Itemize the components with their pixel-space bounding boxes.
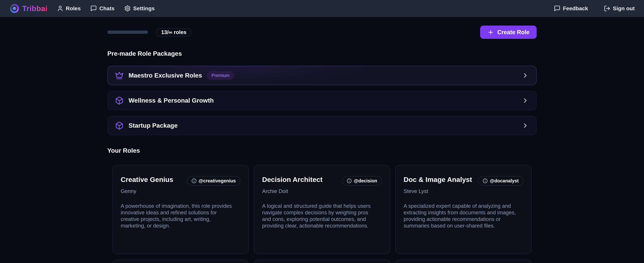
gear-icon bbox=[124, 5, 131, 12]
role-title: Decision Architect bbox=[262, 176, 322, 183]
nav-item-roles[interactable]: Roles bbox=[57, 5, 81, 12]
role-card-partial[interactable] bbox=[112, 260, 249, 263]
feedback-button[interactable]: Feedback bbox=[554, 5, 588, 12]
role-card-creative-genius[interactable]: Creative Genius @creativegenius Genny A … bbox=[112, 165, 249, 254]
plus-icon bbox=[487, 29, 494, 36]
user-icon bbox=[57, 5, 64, 12]
card-header: Decision Architect @decision bbox=[262, 176, 382, 186]
role-description: A powerhouse of imagination, this role p… bbox=[121, 203, 233, 229]
packages-section-title: Pre-made Role Packages bbox=[107, 50, 537, 57]
navbar: Tribbai Roles Chats Settings bbox=[0, 0, 644, 17]
package-row-wellness[interactable]: Wellness & Personal Growth bbox=[107, 91, 537, 110]
roles-toolbar: 13/∞ roles Create Role bbox=[107, 25, 537, 39]
message-square-icon bbox=[554, 5, 560, 12]
create-role-label: Create Role bbox=[497, 29, 530, 36]
role-title: Creative Genius bbox=[121, 176, 173, 183]
navbar-right: Feedback Sign out bbox=[554, 5, 635, 12]
package-name: Startup Package bbox=[128, 122, 178, 129]
role-description: A logical and structured guide that help… bbox=[262, 203, 374, 229]
package-list: Maestro Exclusive Roles Premium Wellness… bbox=[107, 66, 537, 135]
message-square-icon bbox=[90, 5, 97, 12]
package-row-startup[interactable]: Startup Package bbox=[107, 116, 537, 135]
brand-name[interactable]: Tribbai bbox=[22, 4, 48, 13]
chevron-right-icon bbox=[522, 122, 529, 129]
role-card-grid-next-row bbox=[112, 260, 532, 263]
nav-item-settings[interactable]: Settings bbox=[124, 5, 155, 12]
nav-label: Feedback bbox=[563, 5, 588, 11]
package-icon bbox=[115, 121, 124, 130]
sign-out-button[interactable]: Sign out bbox=[604, 5, 635, 12]
role-card-partial[interactable] bbox=[395, 260, 532, 263]
card-header: Doc & Image Analyst @docanalyst bbox=[404, 176, 523, 186]
nav-label: Roles bbox=[66, 5, 81, 11]
role-card-doc-image-analyst[interactable]: Doc & Image Analyst @docanalyst Steve Ly… bbox=[395, 165, 532, 254]
tribbai-logo-icon[interactable] bbox=[10, 4, 19, 13]
package-name: Maestro Exclusive Roles bbox=[128, 72, 202, 79]
chevron-right-icon bbox=[522, 72, 529, 79]
package-row-maestro[interactable]: Maestro Exclusive Roles Premium bbox=[107, 66, 537, 85]
role-subtitle: Genny bbox=[121, 188, 240, 194]
role-handle-badge[interactable]: @creativegenius bbox=[187, 176, 240, 186]
nav-label: Chats bbox=[99, 5, 114, 11]
info-icon bbox=[347, 178, 352, 183]
role-card-partial[interactable] bbox=[254, 260, 390, 263]
info-icon bbox=[192, 178, 196, 183]
role-card-grid: Creative Genius @creativegenius Genny A … bbox=[112, 165, 532, 254]
package-icon bbox=[115, 96, 124, 105]
crown-icon bbox=[115, 71, 124, 80]
role-subtitle: Steve Lyst bbox=[404, 188, 523, 194]
create-role-button[interactable]: Create Role bbox=[480, 25, 537, 39]
your-roles-section-title: Your Roles bbox=[107, 147, 537, 154]
role-handle: @decision bbox=[354, 178, 377, 184]
roles-progress-bar bbox=[107, 30, 148, 34]
role-handle-badge[interactable]: @docanalyst bbox=[478, 176, 523, 186]
nav-label: Sign out bbox=[613, 5, 635, 11]
log-out-icon bbox=[604, 5, 610, 12]
role-card-decision-architect[interactable]: Decision Architect @decision Archie Doit… bbox=[254, 165, 390, 254]
role-handle: @creativegenius bbox=[198, 178, 236, 184]
premium-badge: Premium bbox=[207, 71, 234, 80]
roles-page: Tribbai Roles Chats Settings bbox=[0, 0, 644, 263]
roles-count-badge: 13/∞ roles bbox=[156, 28, 192, 36]
role-title: Doc & Image Analyst bbox=[404, 176, 472, 183]
info-icon bbox=[483, 178, 488, 183]
chevron-right-icon bbox=[522, 97, 529, 104]
nav-item-chats[interactable]: Chats bbox=[90, 5, 114, 12]
role-description: A specialized expert capable of analyzin… bbox=[404, 203, 516, 229]
nav-label: Settings bbox=[133, 5, 155, 11]
role-subtitle: Archie Doit bbox=[262, 188, 382, 194]
role-handle: @docanalyst bbox=[490, 178, 519, 184]
card-header: Creative Genius @creativegenius bbox=[121, 176, 240, 186]
main-nav: Roles Chats Settings bbox=[57, 5, 155, 12]
role-handle-badge[interactable]: @decision bbox=[342, 176, 382, 186]
package-name: Wellness & Personal Growth bbox=[128, 97, 214, 104]
